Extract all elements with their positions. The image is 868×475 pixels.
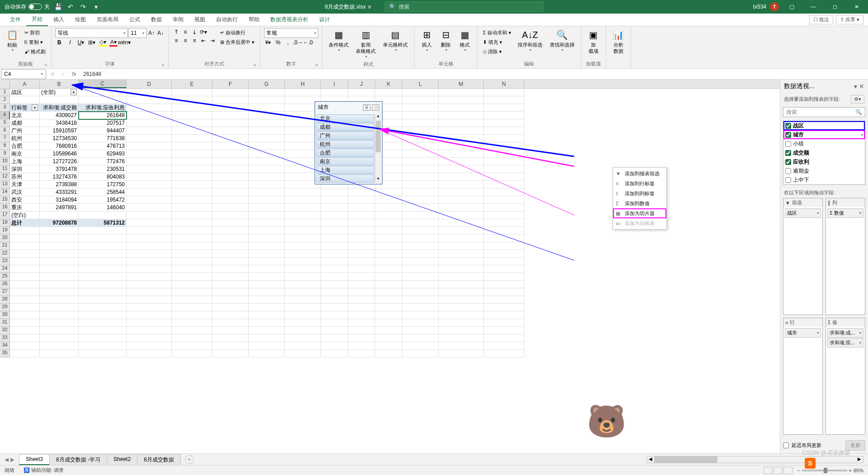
cell-B22[interactable]	[40, 250, 79, 258]
cell-F5[interactable]	[212, 119, 249, 127]
cell-H32[interactable]	[285, 327, 321, 334]
cell-D9[interactable]	[127, 150, 172, 158]
cell-D25[interactable]	[127, 273, 172, 281]
cell-J18[interactable]	[348, 219, 375, 227]
cell-C24[interactable]	[79, 265, 127, 273]
cell-B1[interactable]: (全部)▾	[40, 89, 79, 96]
copy-button[interactable]: ⎘ 复制 ▾	[23, 38, 47, 47]
font-color-icon[interactable]: A▾	[109, 38, 118, 47]
cell-C25[interactable]	[79, 273, 127, 281]
cell-J33[interactable]	[348, 334, 375, 342]
cell-L16[interactable]	[402, 204, 439, 212]
cell-G6[interactable]	[249, 127, 285, 135]
area-item[interactable]: 战区▾	[785, 208, 821, 218]
maximize-icon[interactable]: ◻	[826, 0, 844, 14]
cell-E23[interactable]	[172, 258, 212, 265]
font-size-select[interactable]: 11▾	[128, 28, 146, 38]
filter-arrow[interactable]: ▾	[32, 104, 38, 111]
col-header-M[interactable]: M	[439, 80, 484, 88]
cell-I31[interactable]	[321, 319, 348, 327]
cell-F4[interactable]	[212, 112, 249, 119]
cell-F2[interactable]	[212, 96, 249, 104]
cell-D13[interactable]	[127, 181, 172, 188]
cell-L33[interactable]	[402, 334, 439, 342]
row-header-16[interactable]: 16	[0, 204, 10, 212]
col-header-J[interactable]: J	[348, 80, 375, 88]
cell-M31[interactable]	[439, 319, 484, 327]
cell-F16[interactable]	[212, 204, 249, 212]
menu-item[interactable]: ≡添加到行标签	[613, 179, 666, 188]
cell-H17[interactable]	[285, 212, 321, 219]
cell-M2[interactable]	[439, 96, 484, 104]
cell-L9[interactable]	[402, 150, 439, 158]
cell-M24[interactable]	[439, 265, 484, 273]
clipboard-launcher[interactable]: ↘	[44, 62, 47, 67]
cell-A34[interactable]	[10, 342, 40, 350]
cell-E32[interactable]	[172, 327, 212, 334]
page-break-view-icon[interactable]	[783, 467, 793, 474]
cell-C2[interactable]	[79, 96, 127, 104]
cell-M3[interactable]	[439, 104, 484, 112]
cell-N27[interactable]	[484, 288, 524, 296]
tab-数据透视表分析[interactable]: 数据透视表分析	[265, 14, 314, 26]
cell-F23[interactable]	[212, 258, 249, 265]
cell-L10[interactable]	[402, 158, 439, 165]
increase-decimal-icon[interactable]: .0→	[294, 38, 302, 47]
cell-D12[interactable]	[127, 173, 172, 181]
cell-A30[interactable]	[10, 311, 40, 319]
cell-M17[interactable]	[439, 212, 484, 219]
cell-I21[interactable]	[321, 242, 348, 250]
font-family-select[interactable]: 等线▾	[55, 28, 127, 38]
addins-button[interactable]: ▣加 载项	[585, 28, 602, 56]
cell-K15[interactable]	[375, 196, 402, 204]
number-launcher[interactable]: ↘	[315, 62, 318, 67]
cell-L32[interactable]	[402, 327, 439, 334]
cell-C8[interactable]: 476713	[79, 142, 127, 150]
row-header-30[interactable]: 30	[0, 311, 10, 319]
cell-I27[interactable]	[321, 288, 348, 296]
cell-B16[interactable]: 2497891	[40, 204, 79, 212]
col-header-D[interactable]: D	[127, 80, 172, 88]
cell-B13[interactable]: 2739388	[40, 181, 79, 188]
cell-N24[interactable]	[484, 265, 524, 273]
field-逾期金[interactable]: 逾期金	[783, 166, 865, 175]
cell-B14[interactable]: 4333291	[40, 188, 79, 196]
ribbon-mode-icon[interactable]: ▢	[783, 0, 801, 14]
cell-F10[interactable]	[212, 158, 249, 165]
cell-L11[interactable]	[402, 165, 439, 173]
cell-J24[interactable]	[348, 265, 375, 273]
conditional-format-button[interactable]: ▦条件格式▾	[326, 28, 351, 54]
cell-B7[interactable]: 12734530	[40, 135, 79, 142]
cell-M27[interactable]	[439, 288, 484, 296]
cell-G17[interactable]	[249, 212, 285, 219]
cell-J27[interactable]	[348, 288, 375, 296]
cell-H19[interactable]	[285, 227, 321, 235]
cell-N30[interactable]	[484, 311, 524, 319]
increase-indent-icon[interactable]: ⇥	[208, 37, 217, 45]
row-header-18[interactable]: 18	[0, 219, 10, 227]
cell-F14[interactable]	[212, 188, 249, 196]
cell-N5[interactable]	[484, 119, 524, 127]
cell-D4[interactable]	[127, 112, 172, 119]
autosum-button[interactable]: Σ 自动求和 ▾	[481, 28, 513, 37]
cell-C18[interactable]: 5871312	[79, 219, 127, 227]
cell-N32[interactable]	[484, 327, 524, 334]
cell-J32[interactable]	[348, 327, 375, 334]
cell-H33[interactable]	[285, 334, 321, 342]
cell-F9[interactable]	[212, 150, 249, 158]
cell-E28[interactable]	[172, 296, 212, 304]
cell-B2[interactable]	[40, 96, 79, 104]
cell-M26[interactable]	[439, 281, 484, 288]
cell-I25[interactable]	[321, 273, 348, 281]
cell-D22[interactable]	[127, 250, 172, 258]
cell-I35[interactable]	[321, 350, 348, 357]
row-header-7[interactable]: 7	[0, 135, 10, 142]
cell-G28[interactable]	[249, 296, 285, 304]
cell-F8[interactable]	[212, 142, 249, 150]
slicer-item[interactable]: 广州	[316, 132, 374, 140]
cell-F27[interactable]	[212, 288, 249, 296]
cell-A14[interactable]: 武汉	[10, 188, 40, 196]
cell-G7[interactable]	[249, 135, 285, 142]
formula-input[interactable]: 261648	[80, 71, 868, 77]
cell-N4[interactable]	[484, 112, 524, 119]
